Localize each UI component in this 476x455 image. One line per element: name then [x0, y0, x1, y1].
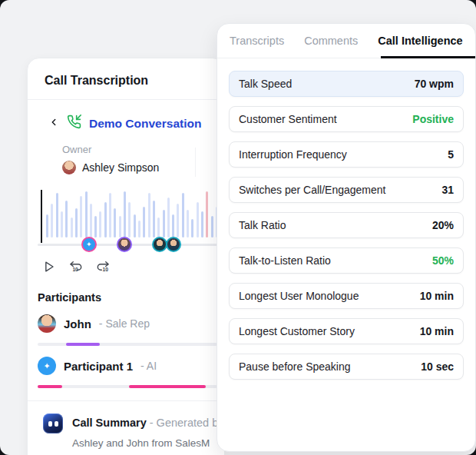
metric-row: Longest Customer Story 10 min — [229, 318, 464, 344]
owner-name: Ashley Simpson — [82, 161, 159, 174]
tab-call-intelligence[interactable]: Call Intelligence — [378, 35, 462, 47]
metric-label: Longest Customer Story — [239, 325, 355, 337]
metric-label: Talk Speed — [239, 78, 292, 90]
waveform-bar — [61, 211, 63, 237]
owner-avatar — [62, 161, 76, 174]
waveform-bar — [119, 216, 121, 237]
vertical-divider — [195, 148, 196, 177]
ai-sparkle-icon: ✦ — [38, 357, 56, 375]
waveform-bar — [191, 219, 193, 237]
svg-text:10: 10 — [72, 267, 78, 272]
metric-value: Positive — [412, 113, 454, 125]
metric-label: Switches per Call/Engagement — [239, 184, 385, 196]
speaking-segment — [129, 385, 205, 388]
playhead-line — [41, 190, 42, 243]
participant-role: - Sale Rep — [99, 317, 150, 330]
waveform-bar — [143, 207, 145, 237]
participant-avatar — [38, 314, 56, 333]
participant-avatar-marker[interactable] — [166, 237, 181, 252]
tab-bar: Transcripts Comments Call Intelligence — [217, 24, 475, 58]
waveform-bar — [56, 193, 58, 237]
rewind-10-button[interactable]: 10 — [68, 259, 84, 274]
playback-controls: 10 10 — [41, 259, 111, 274]
timeline-track[interactable]: ✦ — [38, 244, 217, 246]
owner-block: Owner Ashley Simpson — [28, 132, 224, 174]
metric-value: 10 min — [420, 325, 454, 337]
metric-row: Switches per Call/Engagement 31 — [229, 177, 464, 203]
metric-value: 31 — [441, 184, 454, 196]
participant-row[interactable]: John - Sale Rep — [38, 314, 224, 346]
waveform-bar — [99, 211, 101, 237]
call-summary-section: Call Summary - Generated by Ashley and J… — [28, 401, 224, 455]
waveform-bar — [167, 198, 170, 237]
metrics-list: Talk Speed 70 wpm Customer Sentiment Pos… — [217, 58, 475, 380]
waveform-bar — [211, 216, 213, 237]
owner-label: Owner — [62, 144, 224, 155]
waveform[interactable] — [46, 190, 218, 237]
waveform-bar — [104, 202, 107, 237]
metric-label: Customer Sentiment — [239, 113, 337, 125]
waveform-bar — [197, 202, 199, 237]
tab-comments[interactable]: Comments — [304, 35, 358, 47]
waveform-bar — [46, 214, 48, 237]
waveform-bar — [148, 193, 150, 237]
app-background: Call Transcription Demo Conversation Own… — [0, 0, 476, 455]
waveform-bar — [138, 221, 140, 237]
waveform-bar — [163, 210, 165, 237]
waveform-bar — [90, 204, 92, 237]
metric-label: Longest User Monologue — [239, 290, 359, 302]
metric-row: Talk-to-Listen Ratio 50% — [229, 247, 464, 274]
forward-10-button[interactable]: 10 — [95, 259, 111, 274]
speaking-track — [38, 385, 217, 388]
speaking-segment — [38, 385, 62, 388]
waveform-bar — [182, 193, 184, 237]
participants-heading: Participants — [38, 291, 224, 304]
robot-eye — [55, 421, 58, 427]
waveform-bar — [201, 211, 203, 237]
participant-avatar-marker[interactable] — [117, 237, 132, 252]
waveform-bar — [51, 204, 53, 237]
active-tab-underline — [381, 56, 475, 58]
speaking-track — [38, 343, 217, 346]
metric-value: 10 min — [420, 290, 454, 302]
participant-name: Participant 1 — [64, 360, 133, 373]
metric-row: Longest User Monologue 10 min — [229, 283, 464, 309]
waveform-bar — [85, 191, 88, 237]
metric-row: Interruption Frequency 5 — [229, 141, 464, 168]
waveform-bar — [124, 191, 126, 237]
ai-speaker-marker[interactable]: ✦ — [81, 237, 97, 252]
rewind-10-icon: 10 — [68, 259, 84, 274]
metric-value: 20% — [432, 219, 454, 231]
participant-row[interactable]: ✦ Participant 1 - AI — [38, 357, 224, 388]
summary-subtitle: - Generated by — [150, 417, 224, 429]
play-button[interactable] — [41, 259, 57, 274]
metric-value: 50% — [432, 254, 454, 267]
phone-incoming-icon — [67, 115, 81, 132]
summary-text: Ashley and John from SalesM for collabor… — [72, 436, 223, 455]
robot-icon — [43, 413, 63, 433]
forward-10-icon: 10 — [95, 259, 111, 274]
waveform-bar — [65, 201, 68, 237]
waveform-bar — [80, 196, 82, 237]
metric-row: Pause before Speaking 10 sec — [229, 354, 464, 380]
waveform-bar — [206, 191, 208, 237]
back-button[interactable] — [48, 117, 59, 130]
metric-value: 5 — [448, 148, 454, 161]
waveform-bar — [157, 218, 160, 237]
playhead[interactable] — [38, 184, 45, 245]
waveform-bar — [172, 214, 174, 237]
tab-transcripts[interactable]: Transcripts — [230, 35, 284, 47]
call-intelligence-panel: Transcripts Comments Call Intelligence T… — [217, 23, 476, 452]
conversation-header: Demo Conversation — [28, 100, 224, 132]
waveform-bar — [177, 204, 179, 237]
metric-label: Pause before Speaking — [239, 360, 351, 373]
play-icon — [41, 259, 57, 274]
conversation-title: Demo Conversation — [89, 117, 201, 131]
speaking-segment — [66, 343, 99, 346]
summary-title: Call Summary — [72, 417, 147, 429]
waveform-bar — [94, 216, 97, 237]
call-transcription-card: Call Transcription Demo Conversation Own… — [27, 58, 225, 455]
metric-value: 10 sec — [421, 360, 454, 373]
waveform-bar — [128, 202, 131, 237]
audio-player: ✦ 10 — [28, 184, 224, 282]
